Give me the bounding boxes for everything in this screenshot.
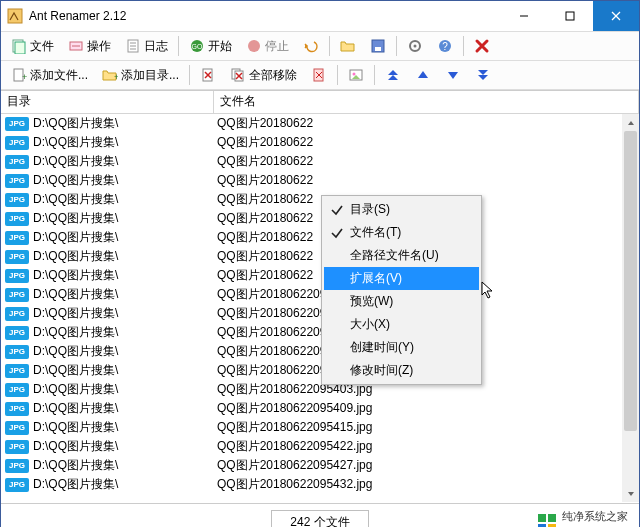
remove-all-icon [230,67,246,83]
minimize-button[interactable] [501,1,547,31]
table-row[interactable]: JPGD:\QQ图片搜集\QQ图片20180622095422.jpg [1,437,639,456]
stop-button[interactable]: 停止 [240,35,295,57]
cell-dir-text: D:\QQ图片搜集\ [33,115,118,132]
menu-item-label: 目录(S) [350,201,390,218]
cell-dir-text: D:\QQ图片搜集\ [33,457,118,474]
cell-dir-text: D:\QQ图片搜集\ [33,229,118,246]
cell-filename: QQ图片20180622 [213,153,639,170]
remove-dead-button[interactable] [305,64,333,86]
table-row[interactable]: JPGD:\QQ图片搜集\QQ图片20180622 [1,171,639,190]
cell-dir: JPGD:\QQ图片搜集\ [1,210,213,227]
cell-dir-text: D:\QQ图片搜集\ [33,324,118,341]
cell-dir: JPGD:\QQ图片搜集\ [1,305,213,322]
table-row[interactable]: JPGD:\QQ图片搜集\QQ图片20180622 [1,228,639,247]
table-row[interactable]: JPGD:\QQ图片搜集\QQ图片20180622 [1,247,639,266]
close-button[interactable] [593,1,639,31]
table-row[interactable]: JPGD:\QQ图片搜集\QQ图片20180622 [1,190,639,209]
add-files-button[interactable]: + 添加文件... [5,64,94,86]
add-files-label: 添加文件... [30,67,88,84]
settings-button[interactable] [401,35,429,57]
table-row[interactable]: JPGD:\QQ图片搜集\QQ图片20180622 [1,152,639,171]
svg-point-19 [414,45,417,48]
jpg-badge-icon: JPG [5,231,29,245]
move-top-icon [385,67,401,83]
scroll-track[interactable] [622,131,639,485]
move-down-button[interactable] [439,64,467,86]
jpg-badge-icon: JPG [5,307,29,321]
move-up-button[interactable] [409,64,437,86]
table-row[interactable]: JPGD:\QQ图片搜集\QQ图片20180622095415.jpg [1,418,639,437]
cell-dir: JPGD:\QQ图片搜集\ [1,248,213,265]
cell-dir-text: D:\QQ图片搜集\ [33,400,118,417]
remove-all-button[interactable]: 全部移除 [224,64,303,86]
table-row[interactable]: JPGD:\QQ图片搜集\QQ图片20180622 [1,133,639,152]
table-row[interactable]: JPGD:\QQ图片搜集\QQ图片20180622 [1,266,639,285]
jpg-badge-icon: JPG [5,478,29,492]
log-tab-button[interactable]: 日志 [119,35,174,57]
move-bottom-icon [475,67,491,83]
jpg-badge-icon: JPG [5,212,29,226]
preview-button[interactable] [342,64,370,86]
move-top-button[interactable] [379,64,407,86]
add-folder-button[interactable]: + 添加目录... [96,64,185,86]
cell-dir: JPGD:\QQ图片搜集\ [1,267,213,284]
column-header-dir[interactable]: 目录 [1,91,214,113]
table-row[interactable]: JPGD:\QQ图片搜集\QQ图片20180622095427.jpg [1,456,639,475]
exit-button[interactable] [468,35,496,57]
table-row[interactable]: JPGD:\QQ图片搜集\QQ图片20180622095342.jpg [1,323,639,342]
table-row[interactable]: JPGD:\QQ图片搜集\QQ图片20180622095409.jpg [1,399,639,418]
maximize-button[interactable] [547,1,593,31]
menu-item-preview[interactable]: 预览(W) [324,290,479,313]
cell-dir: JPGD:\QQ图片搜集\ [1,286,213,303]
file-list[interactable]: JPGD:\QQ图片搜集\QQ图片20180622JPGD:\QQ图片搜集\QQ… [1,114,639,502]
scroll-down-button[interactable] [622,485,639,502]
jpg-badge-icon: JPG [5,345,29,359]
table-row[interactable]: JPGD:\QQ图片搜集\QQ图片20180622 [1,114,639,133]
undo-button[interactable] [297,35,325,57]
separator-icon [374,65,375,85]
table-row[interactable]: JPGD:\QQ图片搜集\QQ图片20180622095348.jpg [1,342,639,361]
preview-icon [348,67,364,83]
start-button[interactable]: GO 开始 [183,35,238,57]
toolbar-primary: 文件 操作 日志 GO 开始 停止 [1,32,639,61]
menu-item-ctime[interactable]: 创建时间(Y) [324,336,479,359]
svg-text:?: ? [442,41,448,52]
scrollbar-vertical [622,114,639,502]
table-row[interactable]: JPGD:\QQ图片搜集\QQ图片20180622095336.jpg [1,304,639,323]
table-row[interactable]: JPGD:\QQ图片搜集\QQ图片20180622095357.jpg [1,361,639,380]
help-icon: ? [437,38,453,54]
menu-item-filename[interactable]: 文件名(T) [324,221,479,244]
menu-item-size[interactable]: 大小(X) [324,313,479,336]
table-row[interactable]: JPGD:\QQ图片搜集\QQ图片20180622095432.jpg [1,475,639,494]
move-bottom-button[interactable] [469,64,497,86]
cell-filename: QQ图片20180622 [213,134,639,151]
menu-item-mtime[interactable]: 修改时间(Z) [324,359,479,382]
help-button[interactable]: ? [431,35,459,57]
table-row[interactable]: JPGD:\QQ图片搜集\QQ图片20180622 [1,209,639,228]
scroll-thumb[interactable] [624,131,637,431]
cell-dir-text: D:\QQ图片搜集\ [33,286,118,303]
gear-icon [407,38,423,54]
jpg-badge-icon: JPG [5,288,29,302]
add-folder-icon: + [102,67,118,83]
menu-item-label: 扩展名(V) [350,270,402,287]
cell-dir: JPGD:\QQ图片搜集\ [1,115,213,132]
actions-tab-button[interactable]: 操作 [62,35,117,57]
save-button[interactable] [364,35,392,57]
remove-file-icon [200,67,216,83]
scroll-up-button[interactable] [622,114,639,131]
open-button[interactable] [334,35,362,57]
column-header-filename[interactable]: 文件名 [214,91,639,113]
titlebar: Ant Renamer 2.12 [1,1,639,32]
menu-item-ext[interactable]: 扩展名(V) [324,267,479,290]
files-tab-button[interactable]: 文件 [5,35,60,57]
menu-item-dir[interactable]: 目录(S) [324,198,479,221]
stop-icon [246,38,262,54]
menu-item-fullpath[interactable]: 全路径文件名(U) [324,244,479,267]
table-row[interactable]: JPGD:\QQ图片搜集\QQ图片20180622095403.jpg [1,380,639,399]
table-row[interactable]: JPGD:\QQ图片搜集\QQ图片20180622095330.jpg [1,285,639,304]
cell-dir: JPGD:\QQ图片搜集\ [1,362,213,379]
remove-selected-button[interactable] [194,64,222,86]
separator-icon [337,65,338,85]
stop-label: 停止 [265,38,289,55]
